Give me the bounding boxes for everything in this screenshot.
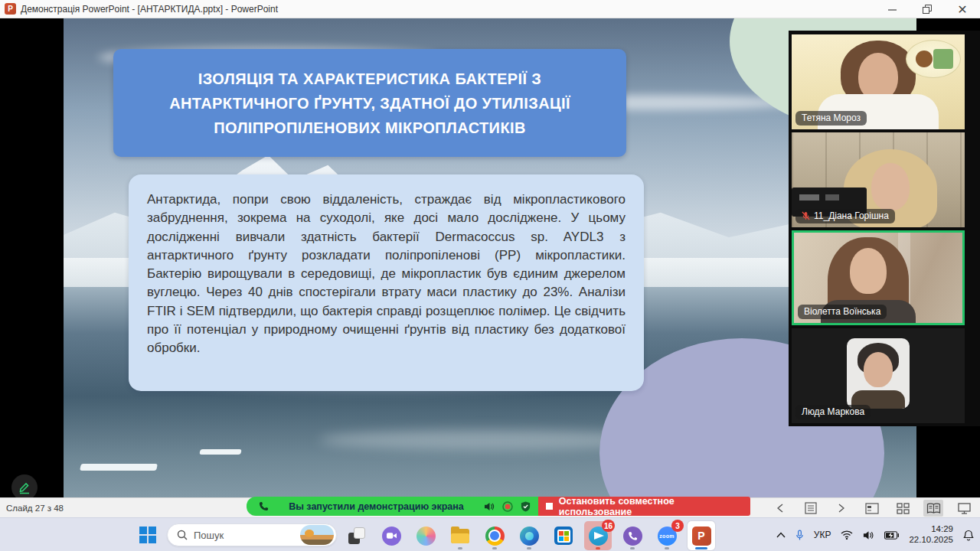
avatar-face (864, 352, 893, 387)
audio-icon[interactable] (484, 502, 495, 511)
copilot-icon[interactable] (412, 521, 439, 550)
logo-building (933, 49, 953, 69)
person-face (850, 248, 887, 294)
battery-charging-icon[interactable] (884, 531, 899, 540)
search-icon (177, 530, 188, 540)
pen-icon (18, 481, 31, 494)
microsoft-store-icon[interactable] (550, 521, 577, 550)
screen-share-status-bar: Вы запустили демонстрацию экрана (247, 497, 538, 516)
powerpoint-taskbar-icon[interactable]: P (688, 521, 715, 550)
school-logo-badge (906, 40, 961, 78)
minimize-icon[interactable] (874, 0, 910, 18)
participant-name-label: Люда Маркова (795, 405, 871, 419)
slide-title-box: ІЗОЛЯЦІЯ ТА ХАРАКТЕРИСТИКА БАКТЕРІЇ З АН… (113, 49, 626, 157)
normal-view-button[interactable] (862, 500, 882, 517)
stop-icon (546, 503, 553, 510)
slide-sorter-view-button[interactable] (893, 500, 913, 517)
slide-body-text: Антарктида, попри свою віддаленість, стр… (147, 191, 626, 358)
video-chat-icon[interactable] (377, 521, 405, 550)
window-titlebar: P Демонстрація PowerPoint - [АНТАРКТИДА.… (0, 0, 980, 18)
participant-tile-violetta-active-speaker[interactable]: Віолетта Воїнська (792, 230, 965, 325)
phone-icon (259, 501, 269, 511)
stop-share-button[interactable]: Остановить совместное использование (538, 497, 750, 516)
zoom-app-icon[interactable]: zoom3 (653, 521, 681, 550)
search-highlight-thumbnail (300, 525, 334, 545)
language-indicator[interactable]: УКР (814, 530, 831, 540)
tray-time: 14:29 (909, 524, 953, 535)
edge-icon[interactable] (515, 521, 543, 550)
previous-slide-button[interactable] (770, 500, 790, 517)
participant-name-label: Тетяна Мороз (795, 111, 867, 126)
telegram-icon[interactable]: 16 (584, 521, 612, 550)
task-view-icon[interactable] (343, 521, 371, 550)
equipment-detail (825, 194, 839, 201)
tray-clock[interactable]: 14:29 22.10.2025 (909, 524, 953, 546)
restore-icon[interactable] (910, 0, 945, 18)
tray-date: 22.10.2025 (909, 535, 953, 546)
microphone-icon[interactable] (795, 530, 804, 541)
security-shield-icon[interactable] (521, 501, 531, 512)
participant-name-label: Віолетта Воїнська (798, 305, 887, 319)
participant-tile-tetyana[interactable]: Тетяна Мороз (792, 34, 965, 129)
participant-name: Тетяна Мороз (802, 112, 861, 123)
notification-bell-icon[interactable] (963, 530, 974, 541)
telegram-badge: 16 (602, 520, 615, 532)
slide-counter: Слайд 27 з 48 (6, 504, 64, 513)
participant-tile-diana[interactable]: 11_Діана Горішна (792, 132, 965, 227)
share-status-message: Вы запустили демонстрацию экрана (276, 501, 476, 512)
slide-title: ІЗОЛЯЦІЯ ТА ХАРАКТЕРИСТИКА БАКТЕРІЇ З АН… (142, 67, 597, 140)
participant-name-label: 11_Діана Горішна (795, 209, 895, 223)
file-explorer-icon[interactable] (446, 521, 474, 550)
close-icon[interactable]: ✕ (945, 0, 980, 18)
tray-chevron-up-icon[interactable] (776, 532, 786, 538)
iceberg (80, 464, 158, 471)
stop-share-label: Остановить совместное использование (559, 496, 743, 517)
slide-body-box: Антарктида, попри свою віддаленість, стр… (129, 174, 644, 391)
start-button[interactable] (133, 523, 162, 546)
windows-logo-icon (139, 527, 156, 543)
zoom-video-strip: Тетяна Мороз 11_Діана Горішна (789, 31, 980, 426)
avatar (847, 338, 910, 409)
notes-icon[interactable] (801, 500, 821, 517)
powerpoint-app-icon: P (5, 3, 16, 15)
reading-view-button-active[interactable] (923, 500, 943, 517)
taskbar: Пошук 16 zoom3 P УКР 14:29 22.10. (0, 517, 980, 551)
logo-owl (916, 51, 933, 67)
person-face (871, 163, 910, 210)
equipment-detail (799, 194, 819, 201)
wifi-icon[interactable] (841, 530, 853, 540)
search-placeholder: Пошук (194, 530, 294, 541)
viber-icon[interactable] (619, 521, 646, 550)
recording-icon[interactable] (502, 501, 513, 512)
participant-name: 11_Діана Горішна (814, 210, 889, 221)
desktop-screen: P Демонстрація PowerPoint - [АНТАРКТИДА.… (0, 0, 980, 551)
window-title: Демонстрація PowerPoint - [АНТАРКТИДА.pp… (21, 4, 278, 15)
mic-muted-icon (802, 211, 810, 220)
participant-name: Люда Маркова (802, 406, 864, 417)
person-face (858, 53, 898, 100)
chrome-icon[interactable] (481, 521, 508, 550)
slideshow-view-button[interactable] (954, 500, 974, 517)
taskbar-search[interactable]: Пошук (167, 523, 337, 546)
next-slide-button[interactable] (831, 500, 851, 517)
participant-tile-lyuda-camera-off[interactable]: Люда Маркова (792, 328, 965, 423)
participant-name: Віолетта Воїнська (804, 306, 880, 317)
speaker-icon[interactable] (863, 530, 874, 540)
annotation-pen-button[interactable] (11, 474, 38, 497)
zoom-badge: 3 (671, 520, 684, 532)
iceberg (199, 449, 241, 455)
